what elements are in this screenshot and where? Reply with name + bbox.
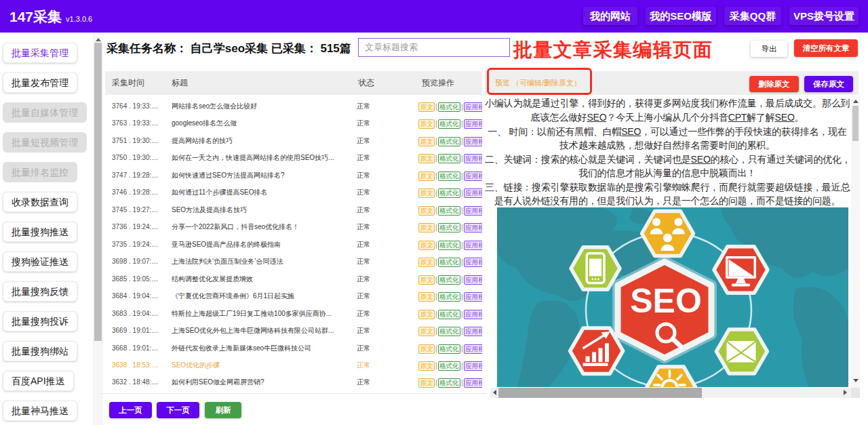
svg-text:SEO: SEO [630,282,702,320]
